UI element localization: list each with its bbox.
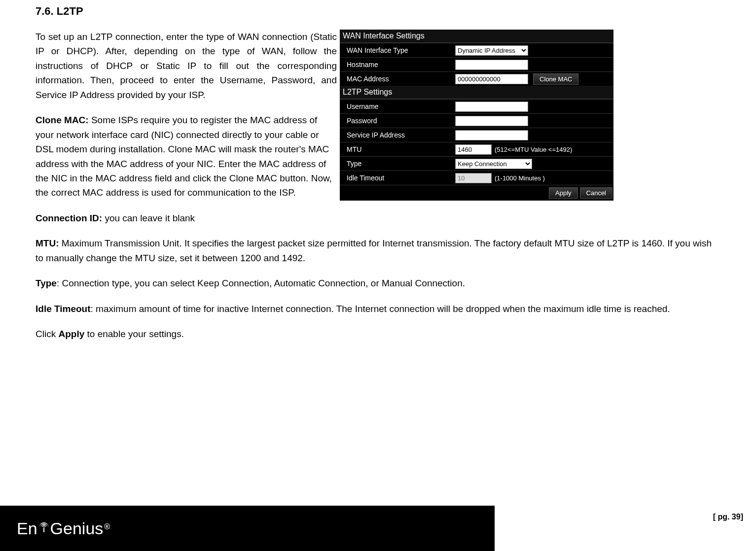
engenius-logo: EnGenius® (17, 519, 110, 538)
username-input[interactable] (455, 102, 528, 112)
l2tp-group-header: L2TP Settings (340, 86, 613, 99)
wan-iftype-select[interactable]: Dynamic IP Address (455, 45, 528, 56)
connection-id-label: Connection ID: (36, 213, 105, 223)
ctype-select[interactable]: Keep Connection (455, 159, 532, 169)
serviceip-input[interactable] (455, 130, 528, 140)
mtu-label: MTU (343, 145, 455, 153)
mac-input[interactable] (455, 74, 528, 84)
cancel-button[interactable]: Cancel (580, 187, 612, 199)
logo-reg: ® (104, 522, 110, 531)
idle-hint: (1-1000 Minutes ) (495, 174, 545, 182)
idle-para-text: : maximum amount of time for inactive In… (91, 304, 670, 314)
idle-para-label: Idle Timeout (36, 304, 91, 314)
settings-panel: WAN Interface Settings WAN Interface Typ… (340, 30, 613, 201)
mtu-hint: (512<=MTU Value <=1492) (495, 146, 572, 153)
clone-mac-text: Some ISPs require you to register the MA… (36, 115, 332, 198)
idle-label: Idle Timeout (343, 174, 455, 182)
apply-paragraph: Click Apply to enable your settings. (36, 327, 720, 341)
idle-input (455, 173, 492, 183)
mac-label: MAC Address (343, 75, 455, 83)
wan-iftype-label: WAN Interface Type (343, 46, 455, 54)
clone-mac-button[interactable]: Clone MAC (533, 73, 578, 85)
password-input[interactable] (455, 116, 528, 126)
wifi-icon (38, 521, 49, 534)
apply-post: to enable your settings. (84, 329, 184, 339)
password-label: Password (343, 117, 455, 125)
username-label: Username (343, 103, 455, 110)
mtu-paragraph: MTU: Maximum Transmission Unit. It speci… (36, 236, 720, 265)
page-number: [ pg. 39] (713, 513, 743, 521)
connection-id-paragraph: Connection ID: you can leave it blank (36, 211, 337, 225)
mtu-para-text: Maximum Transmission Unit. It specifies … (36, 238, 712, 263)
logo-main: Genius (50, 519, 104, 538)
apply-pre: Click (36, 329, 58, 339)
clone-mac-paragraph: Clone MAC: Some ISPs require you to regi… (36, 113, 337, 200)
type-para-label: Type (36, 278, 57, 288)
mtu-para-label: MTU: (36, 238, 62, 248)
clone-mac-label: Clone MAC: (36, 115, 91, 125)
intro-paragraph: To set up an L2TP connection, enter the … (36, 30, 337, 102)
type-para-text: : Connection type, you can select Keep C… (57, 278, 465, 288)
apply-bold: Apply (58, 329, 84, 339)
section-heading: 7.6. L2TP (36, 5, 720, 18)
hostname-label: Hostname (343, 61, 455, 69)
mtu-input[interactable] (455, 144, 492, 155)
idle-paragraph: Idle Timeout: maximum amount of time for… (36, 302, 720, 316)
footer-bar: EnGenius® (0, 506, 495, 551)
wan-group-header: WAN Interface Settings (340, 30, 613, 43)
ctype-label: Type (343, 160, 455, 168)
hostname-input[interactable] (455, 60, 528, 70)
apply-button[interactable]: Apply (549, 187, 578, 199)
connection-id-text: you can leave it blank (105, 213, 195, 223)
logo-pre: En (17, 519, 37, 538)
type-paragraph: Type: Connection type, you can select Ke… (36, 276, 720, 290)
serviceip-label: Service IP Address (343, 131, 455, 139)
